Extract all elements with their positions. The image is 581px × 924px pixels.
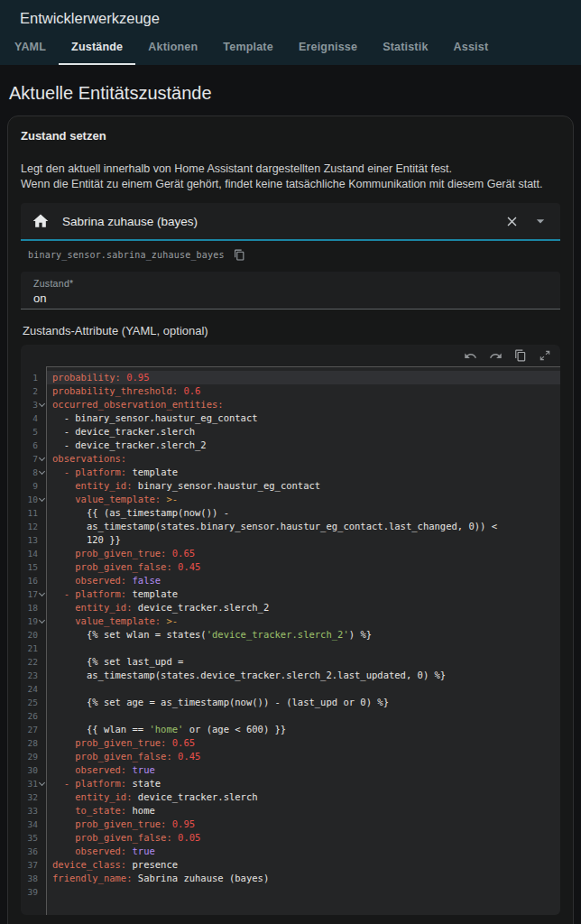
tab-template[interactable]: Template [210, 31, 286, 65]
gutter-row: 23 [21, 669, 46, 682]
code-line: prob_given_false: 0.45 [52, 560, 560, 574]
home-icon [32, 212, 50, 230]
entity-picker[interactable]: Sabrina zuhause (bayes) [21, 203, 560, 241]
tab-statistik[interactable]: Statistik [370, 31, 440, 65]
state-input[interactable]: Zustand* on [21, 272, 560, 310]
description-line-2: Wenn die Entität zu einem Gerät gehört, … [21, 177, 560, 192]
code-line: to_state: home [52, 804, 560, 818]
gutter-row[interactable]: 3 [21, 398, 46, 411]
code-line: value_template: >- [52, 493, 560, 506]
code-line: 120 }} [52, 533, 560, 547]
gutter-row: 30 [21, 763, 46, 777]
fold-chevron-icon [38, 593, 46, 596]
gutter-row: 33 [21, 804, 46, 818]
gutter-row: 22 [21, 655, 46, 669]
code-line: occurred_observation_entities: [52, 398, 560, 411]
code-line: entity_id: device_tracker.slerch_2 [52, 601, 560, 614]
code-line: - platform: state [52, 777, 560, 790]
card-title: Zustand setzen [21, 129, 560, 143]
tab-ereignisse[interactable]: Ereignisse [286, 31, 370, 65]
gutter-row: 29 [21, 750, 46, 763]
gutter-row: 9 [21, 479, 46, 493]
fold-chevron-icon [38, 471, 46, 474]
chevron-down-icon[interactable] [531, 212, 549, 230]
gutter-row: 18 [21, 601, 46, 614]
code-line: as_timestamp(states.device_tracker.slerc… [52, 669, 560, 682]
code-line [52, 885, 560, 899]
gutter-row: 16 [21, 574, 46, 587]
tab-bar: YAMLZuständeAktionenTemplateEreignisseSt… [0, 31, 581, 65]
code-line: device_class: presence [52, 858, 560, 872]
gutter-row: 39 [21, 885, 46, 899]
code-line: as_timestamp(states.binary_sensor.haustu… [52, 520, 560, 533]
state-input-value: on [33, 291, 548, 305]
gutter-row: 38 [21, 872, 46, 885]
content-copy-icon[interactable] [234, 249, 245, 261]
code-line: prob_given_false: 0.45 [52, 750, 560, 763]
code-line: prob_given_true: 0.65 [52, 547, 560, 560]
code-line: {% set age = as_timestamp(now()) - (last… [52, 696, 560, 709]
gutter-row: 14 [21, 547, 46, 560]
undo-icon[interactable] [464, 349, 477, 363]
gutter-row[interactable]: 10 [21, 493, 46, 506]
gutter-row: 28 [21, 736, 46, 750]
entity-picker-value: Sabrina zuhause (bayes) [62, 215, 504, 228]
line-number-gutter: 1234567891011121314151617181920212223242… [21, 366, 46, 915]
card-description: Legt den aktuell innerhalb von Home Assi… [21, 162, 560, 192]
code-line: probability_threshold: 0.6 [52, 384, 560, 398]
code-line: prob_given_true: 0.95 [52, 818, 560, 831]
gutter-row: 15 [21, 560, 46, 574]
code-line: - platform: template [52, 587, 560, 601]
set-state-card: Zustand setzen Legt den aktuell innerhal… [7, 116, 574, 924]
gutter-row: 20 [21, 628, 46, 642]
code-line: entity_id: device_tracker.slerch [52, 790, 560, 804]
entity-id: binary_sensor.sabrina_zuhause_bayes [28, 250, 225, 260]
code-line: observed: false [52, 574, 560, 587]
gutter-row: 35 [21, 831, 46, 845]
gutter-row: 36 [21, 845, 46, 858]
gutter-row: 13 [21, 533, 46, 547]
code-line: probability: 0.95 [47, 371, 560, 384]
description-line-1: Legt den aktuell innerhalb von Home Assi… [21, 162, 560, 177]
tab-zustände[interactable]: Zustände [59, 31, 135, 65]
code-content[interactable]: probability: 0.95probability_threshold: … [46, 366, 560, 915]
code-line: {{ (as_timestamp(now()) - [52, 506, 560, 520]
gutter-row: 6 [21, 439, 46, 452]
section-heading: Aktuelle Entitätszustände [9, 81, 581, 105]
gutter-row: 1 [21, 371, 46, 384]
gutter-row: 5 [21, 425, 46, 439]
gutter-row: 2 [21, 384, 46, 398]
app-header: Entwicklerwerkzeuge YAMLZuständeAktionen… [0, 0, 581, 65]
attributes-label: Zustands-Attribute (YAML, optional) [23, 324, 560, 337]
code-line: prob_given_true: 0.65 [52, 736, 560, 750]
code-line: {% set wlan = states('device_tracker.sle… [52, 628, 560, 642]
gutter-row[interactable]: 31 [21, 777, 46, 790]
entity-id-row: binary_sensor.sabrina_zuhause_bayes [28, 248, 560, 261]
code-line: friendly_name: Sabrina zuhause (bayes) [52, 872, 560, 885]
redo-icon[interactable] [489, 349, 503, 363]
fold-chevron-icon [38, 403, 46, 406]
gutter-row: 11 [21, 506, 46, 520]
close-icon[interactable] [504, 214, 520, 229]
copy-icon[interactable] [514, 349, 527, 362]
tab-aktionen[interactable]: Aktionen [135, 31, 210, 65]
fold-chevron-icon [38, 457, 46, 460]
code-line: entity_id: binary_sensor.haustur_eg_cont… [52, 479, 560, 493]
code-line: - device_tracker.slerch [52, 425, 560, 439]
code-line: {{ wlan == 'home' or (age < 600) }} [52, 723, 560, 736]
gutter-row[interactable]: 17 [21, 587, 46, 601]
fold-chevron-icon [38, 620, 46, 623]
gutter-row: 37 [21, 858, 46, 872]
tab-assist[interactable]: Assist [441, 31, 502, 65]
state-input-label: Zustand* [33, 278, 548, 289]
tab-yaml[interactable]: YAML [2, 31, 59, 65]
fold-chevron-icon [38, 782, 46, 785]
expand-icon[interactable] [539, 349, 551, 362]
code-line: - binary_sensor.haustur_eg_contact [52, 411, 560, 425]
gutter-row[interactable]: 8 [21, 466, 46, 479]
code-line [52, 709, 560, 723]
gutter-row[interactable]: 7 [21, 452, 46, 466]
gutter-row[interactable]: 19 [21, 614, 46, 628]
code-area[interactable]: 1234567891011121314151617181920212223242… [21, 366, 560, 915]
code-line [52, 682, 560, 696]
